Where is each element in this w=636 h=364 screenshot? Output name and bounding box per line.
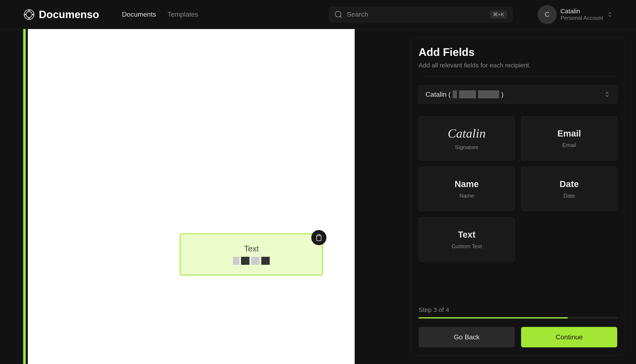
field-text[interactable]: Text Custom Text [419,218,515,262]
placed-field-redacted [233,257,270,265]
placed-field-label: Text [244,244,259,254]
field-title: Email [557,128,581,138]
document-scroll-indicator [23,29,26,364]
svg-point-2 [335,12,341,17]
svg-line-3 [340,16,342,18]
sidebar: Add Fields Add all relevant fields for e… [400,29,636,364]
logo-section[interactable]: Documenso [23,8,99,21]
search-input[interactable] [347,10,486,18]
field-title: Date [559,179,579,189]
field-subtitle: Date [563,192,575,199]
field-name[interactable]: Name Name [419,167,515,211]
delete-field-button[interactable] [311,230,327,245]
field-subtitle: Email [562,142,576,148]
svg-point-1 [26,12,32,18]
app-header: Documenso Documents Templates ⌘+K C Cata… [0,0,636,29]
field-signature[interactable]: Catalin Signature [419,116,515,160]
document-page[interactable]: Text [28,29,355,364]
recipient-name: Catalin ( ) [426,90,504,98]
button-row: Go Back Continue [419,327,617,347]
placed-text-field[interactable]: Text [180,234,323,276]
field-subtitle: Signature [455,144,478,150]
field-subtitle: Name [459,192,474,199]
user-name: Catalin [560,8,603,15]
main-content: Text Add Fields Add all relevant f [0,29,636,364]
nav-links: Documents Templates [122,10,198,18]
field-subtitle: Custom Text [452,243,482,250]
nav-documents[interactable]: Documents [122,10,156,18]
document-area: Text [0,29,400,364]
user-menu[interactable]: C Catalin Personal Account [538,5,613,24]
user-account: Personal Account [560,15,603,21]
avatar: C [538,5,557,24]
panel-subtitle: Add all relevant fields for each recipie… [419,62,617,69]
recipient-select[interactable]: Catalin ( ) [419,85,617,104]
field-title: Name [455,179,479,189]
go-back-button[interactable]: Go Back [419,327,515,347]
field-title: Catalin [448,126,486,141]
search-container[interactable]: ⌘+K [329,7,512,22]
logo-icon [23,9,35,20]
user-info: Catalin Personal Account [560,8,603,21]
progress-fill [419,317,568,318]
field-email[interactable]: Email Email [521,116,617,160]
field-title: Text [458,230,475,240]
search-icon [334,10,343,19]
fields-panel: Add Fields Add all relevant fields for e… [410,38,625,356]
progress-bar [419,317,617,318]
nav-templates[interactable]: Templates [167,10,198,18]
step-section: Step 3 of 4 Go Back Continue [419,306,617,347]
step-label: Step 3 of 4 [419,306,617,314]
trash-icon [315,234,323,242]
chevron-updown-icon [607,12,613,18]
field-date[interactable]: Date Date [521,167,617,211]
continue-button[interactable]: Continue [521,327,617,347]
panel-title: Add Fields [419,46,617,58]
fields-grid: Catalin Signature Email Email Name Name … [419,116,617,262]
search-shortcut: ⌘+K [490,10,507,19]
chevron-updown-icon [604,91,610,98]
divider [419,76,617,77]
logo-text: Documenso [39,8,99,21]
